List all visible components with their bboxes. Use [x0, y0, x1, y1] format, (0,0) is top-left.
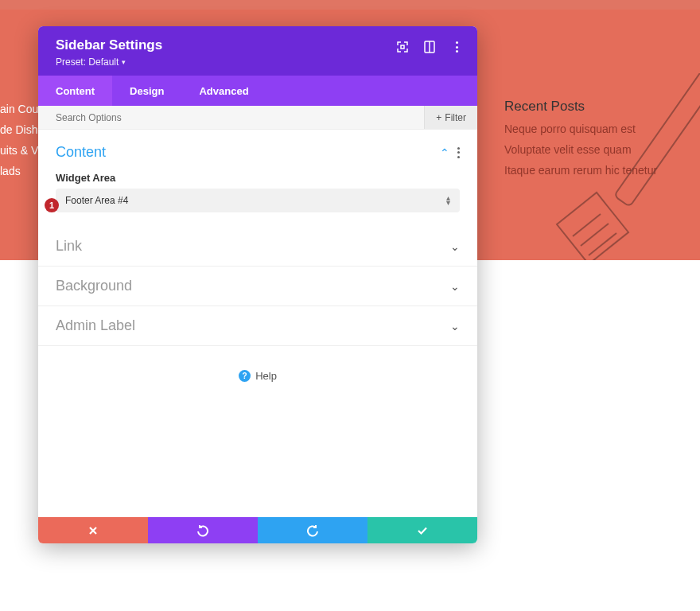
plus-icon: + — [436, 112, 441, 123]
search-input[interactable] — [38, 112, 424, 123]
expand-icon[interactable] — [396, 41, 409, 53]
spatula-illustration — [525, 73, 700, 260]
settings-panel: Sidebar Settings Preset: Default ▾ Conte… — [38, 26, 477, 543]
footer-bar — [38, 517, 477, 543]
svg-rect-4 — [401, 45, 404, 49]
preset-selector[interactable]: Preset: Default ▾ — [56, 56, 460, 68]
svg-rect-0 — [614, 73, 700, 207]
sort-icon: ▴▾ — [446, 196, 450, 205]
chevron-down-icon: ⌄ — [450, 240, 460, 253]
more-icon[interactable] — [450, 41, 463, 53]
search-row: + Filter — [38, 106, 477, 130]
responsive-icon[interactable] — [423, 41, 436, 53]
preset-label: Preset: Default — [56, 56, 119, 68]
step-marker: 1 — [45, 198, 59, 212]
help-icon: ? — [239, 370, 251, 382]
save-button[interactable] — [368, 517, 477, 543]
help-label: Help — [255, 370, 277, 382]
tab-design[interactable]: Design — [112, 76, 181, 106]
section-link-header[interactable]: Link ⌄ — [38, 227, 477, 267]
section-title: Link — [56, 238, 82, 255]
more-icon[interactable] — [457, 147, 460, 158]
field-label: Widget Area — [38, 170, 477, 189]
filter-button[interactable]: + Filter — [424, 106, 477, 129]
widget-area-select[interactable]: Footer Area #4 ▴▾ — [56, 189, 460, 212]
section-title: Background — [56, 278, 132, 294]
tab-advanced[interactable]: Advanced — [181, 76, 266, 106]
section-title: Admin Label — [56, 317, 135, 334]
redo-button[interactable] — [258, 517, 368, 543]
close-button[interactable] — [38, 517, 148, 543]
chevron-down-icon: ⌄ — [450, 280, 460, 293]
help-link[interactable]: ? Help — [38, 346, 477, 406]
undo-button[interactable] — [148, 517, 258, 543]
chevron-down-icon: ⌄ — [450, 320, 460, 333]
chevron-down-icon: ▾ — [122, 58, 126, 66]
section-admin-label-header[interactable]: Admin Label ⌄ — [38, 306, 477, 346]
select-value: Footer Area #4 — [65, 195, 128, 206]
panel-header: Sidebar Settings Preset: Default ▾ — [38, 26, 477, 76]
section-content-header[interactable]: Content ⌃ — [38, 130, 477, 170]
section-background-header[interactable]: Background ⌄ — [38, 267, 477, 306]
tab-content[interactable]: Content — [38, 76, 112, 106]
chevron-up-icon[interactable]: ⌃ — [440, 146, 449, 159]
section-title: Content — [56, 144, 106, 161]
tabs: Content Design Advanced — [38, 76, 477, 106]
filter-label: Filter — [445, 112, 466, 123]
